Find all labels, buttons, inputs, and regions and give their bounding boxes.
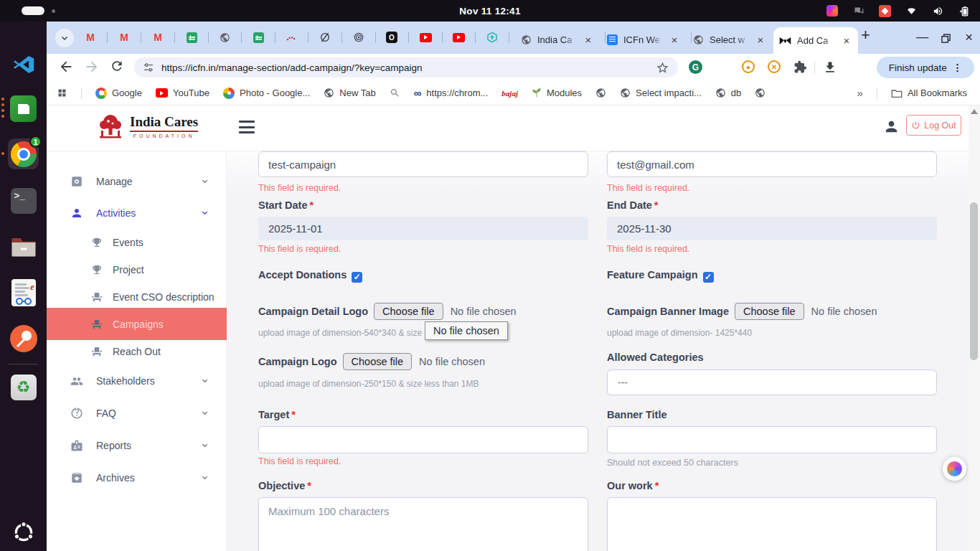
- bookmark-search-icon[interactable]: [390, 88, 400, 98]
- bookmark-db[interactable]: db: [715, 88, 741, 98]
- dock-trash-icon[interactable]: ♻: [8, 372, 39, 402]
- choose-file-button[interactable]: Choose file: [735, 303, 804, 320]
- bookmarks-overflow-chevrons[interactable]: »: [857, 87, 863, 99]
- start-date-input[interactable]: 2025-11-01: [258, 217, 588, 240]
- dock-postman-icon[interactable]: [8, 323, 39, 354]
- bookmark-youtube[interactable]: YouTube: [156, 88, 209, 98]
- pinned-tab-sheets-icon[interactable]: [185, 31, 198, 44]
- accept-donations-checkbox[interactable]: ✓: [352, 272, 362, 283]
- choose-file-button[interactable]: Choose file: [374, 303, 443, 320]
- pinned-tab-dark-o-icon[interactable]: O: [385, 31, 398, 44]
- finish-update-button[interactable]: Finish update ⋮: [877, 57, 974, 78]
- bookmark-select-impact[interactable]: Select impacti...: [620, 88, 702, 98]
- address-bar[interactable]: https://icfn.in/manage-section/add-campa…: [134, 57, 678, 77]
- chat-icon[interactable]: [852, 6, 864, 17]
- all-bookmarks-button[interactable]: All Bookmarks: [891, 88, 967, 98]
- pinned-tab-gmail-icon[interactable]: M: [118, 31, 131, 44]
- new-tab-button[interactable]: +: [861, 28, 870, 42]
- volume-icon[interactable]: [932, 6, 944, 17]
- dock-ubuntu-logo-icon[interactable]: [8, 517, 39, 547]
- downloads-icon[interactable]: [823, 60, 837, 77]
- bookmark-modules[interactable]: Modules: [532, 88, 582, 98]
- sidebar-item-manage[interactable]: Manage: [47, 169, 227, 194]
- email-input[interactable]: [607, 151, 937, 177]
- tab-search-button[interactable]: [55, 29, 74, 47]
- choose-file-button[interactable]: Choose file: [343, 353, 413, 370]
- sidebar-item-stakeholders[interactable]: Stakeholders: [47, 368, 227, 394]
- site-logo[interactable]: India Cares Foundation: [97, 113, 198, 139]
- banner-title-input[interactable]: [607, 426, 937, 453]
- end-date-input[interactable]: 2025-11-30: [607, 217, 937, 240]
- tab-close-icon[interactable]: ×: [755, 34, 766, 46]
- bookmark-star-icon[interactable]: [656, 61, 669, 75]
- apps-grid-icon[interactable]: [57, 88, 67, 98]
- floating-extension-button[interactable]: [943, 457, 966, 481]
- pinned-tab-fingerprint-icon[interactable]: [352, 31, 365, 44]
- scrollbar-thumb[interactable]: [970, 202, 978, 360]
- window-close-button[interactable]: ×: [965, 30, 973, 44]
- bookmark-bajaj[interactable]: bajaj: [501, 89, 518, 98]
- bookmark-globe[interactable]: [595, 88, 606, 98]
- sidebar-item-archives[interactable]: Archives: [47, 465, 227, 491]
- page-scrollbar[interactable]: [969, 105, 980, 551]
- sidebar-item-faq[interactable]: FAQ: [47, 400, 227, 426]
- feature-campaign-checkbox[interactable]: ✓: [703, 272, 714, 283]
- system-clock[interactable]: Nov 11 12:41: [459, 6, 520, 17]
- pinned-tab-youtube-icon[interactable]: [419, 31, 432, 44]
- screen-share-icon[interactable]: [879, 5, 891, 17]
- dock-document-viewer-icon[interactable]: e: [8, 277, 39, 308]
- orange-person-extension-icon[interactable]: ●: [742, 60, 755, 73]
- tab-close-icon[interactable]: ×: [669, 34, 680, 46]
- objective-textarea[interactable]: [258, 497, 588, 551]
- dock-terminal-icon[interactable]: >_: [8, 185, 39, 216]
- sidebar-item-event-cso-description[interactable]: Event CSO description: [47, 284, 227, 310]
- tab-close-icon[interactable]: ×: [583, 34, 594, 46]
- scrollbar-up-arrow[interactable]: [971, 109, 978, 114]
- window-restore-button[interactable]: [941, 32, 951, 47]
- grammarly-extension-icon[interactable]: G: [689, 60, 702, 74]
- back-button[interactable]: [58, 59, 74, 77]
- sidebar-item-activities[interactable]: Activities: [47, 200, 227, 226]
- pinned-tab-arc-icon[interactable]: [285, 31, 298, 44]
- orange-x-extension-icon[interactable]: ✕: [768, 60, 781, 73]
- extensions-puzzle-icon[interactable]: [793, 60, 807, 77]
- dock-files-icon[interactable]: [8, 231, 39, 262]
- sidebar-item-reach-out[interactable]: Reach Out: [47, 339, 227, 364]
- tab-select[interactable]: Select w ×: [687, 27, 772, 52]
- campaign-name-input[interactable]: [258, 151, 588, 177]
- reload-button[interactable]: [110, 59, 124, 76]
- bookmark-chromedriver[interactable]: ∞https://chrom...: [414, 87, 489, 99]
- site-settings-icon[interactable]: [143, 62, 154, 73]
- system-tray[interactable]: [826, 0, 971, 22]
- bookmark-photos[interactable]: Photo - Google...: [223, 88, 310, 99]
- allowed-categories-select[interactable]: ---: [607, 369, 937, 395]
- pinned-tab-globe-icon[interactable]: [218, 31, 231, 44]
- window-minimize-button[interactable]: —: [916, 30, 928, 44]
- pinned-tab-gmail-icon[interactable]: M: [151, 31, 164, 44]
- sidebar-item-reports[interactable]: Reports: [47, 433, 227, 458]
- url-text[interactable]: https://icfn.in/manage-section/add-campa…: [161, 62, 649, 73]
- dock-chrome-icon[interactable]: 1: [8, 138, 39, 169]
- pinned-tab-youtube-icon[interactable]: [452, 31, 465, 44]
- dock-libreoffice-calc-icon[interactable]: [8, 93, 39, 124]
- pinned-tab-hexagon-arrow-icon[interactable]: [486, 31, 499, 44]
- sidebar-item-events[interactable]: Events: [47, 230, 227, 255]
- dock-vscode-icon[interactable]: [8, 49, 39, 80]
- hamburger-menu-icon[interactable]: [239, 121, 255, 133]
- bookmark-new-tab[interactable]: New Tab: [324, 88, 375, 98]
- wifi-icon[interactable]: [905, 6, 918, 16]
- sidebar-item-campaigns-active[interactable]: Campaigns: [47, 308, 227, 340]
- bookmark-globe[interactable]: [755, 88, 765, 98]
- tab-add-campaign-active[interactable]: Add Ca ×: [773, 27, 858, 54]
- pinned-tab-gmail-icon[interactable]: M: [84, 31, 97, 44]
- tab-close-icon[interactable]: ×: [841, 34, 852, 47]
- battery-icon[interactable]: [958, 6, 971, 17]
- tab-india-cares[interactable]: India Ca ×: [515, 27, 600, 52]
- pinned-tab-sheets-icon[interactable]: [252, 31, 265, 44]
- tab-icfn-web[interactable]: ICFn We ×: [601, 27, 686, 52]
- our-work-textarea[interactable]: [607, 497, 937, 551]
- app-cube-icon[interactable]: [826, 5, 838, 17]
- logout-button[interactable]: Log Out: [906, 115, 961, 136]
- user-icon[interactable]: [883, 118, 900, 138]
- browser-menu-icon[interactable]: ⋮: [953, 62, 963, 73]
